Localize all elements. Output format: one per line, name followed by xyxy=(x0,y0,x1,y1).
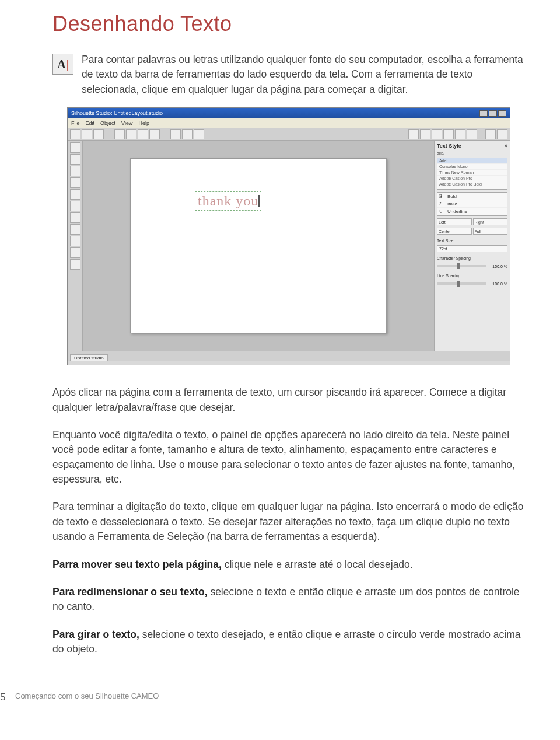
top-toolbar xyxy=(68,128,510,141)
align-row-2: Center Full xyxy=(437,228,508,235)
toolbar-button xyxy=(194,129,204,139)
toolbar-button xyxy=(485,129,496,139)
menu-item: Edit xyxy=(86,120,95,126)
panel-close-icon: × xyxy=(505,143,508,149)
text-size-value: 72pt xyxy=(437,245,508,252)
minimize-icon xyxy=(480,110,488,117)
toolbar-button xyxy=(443,129,454,139)
toolbar-button xyxy=(149,129,160,139)
window-title: Silhouette Studio: UntitledLayout.studio xyxy=(71,110,163,116)
panel-title: Text Style xyxy=(437,143,461,149)
toolbar-button xyxy=(70,129,80,139)
tool-button xyxy=(70,189,80,200)
toolbar-button xyxy=(126,129,136,139)
paragraph-panel: Enquanto você digita/edita o texto, o pa… xyxy=(52,428,525,487)
canvas-area: thank you xyxy=(83,141,434,351)
menu-item: Object xyxy=(100,120,116,126)
align-full: Full xyxy=(473,228,508,235)
toolbar-button xyxy=(420,129,430,139)
document-tab: Untitled.studio xyxy=(70,354,108,361)
paragraph-move: Parra mover seu texto pela página, cliqu… xyxy=(52,557,525,572)
canvas-page: thank you xyxy=(130,158,387,333)
footer-label: Começando com o seu Silhouette CAMEO xyxy=(15,692,159,700)
app-screenshot: Silhouette Studio: UntitledLayout.studio… xyxy=(67,107,510,365)
tool-button xyxy=(70,212,80,223)
paragraph-cursor: Após clicar na página com a ferramenta d… xyxy=(52,385,525,415)
font-option: Times New Roman xyxy=(438,170,507,176)
tool-button xyxy=(70,154,80,165)
text-tool-icon: A| xyxy=(52,54,74,75)
toolbar-button xyxy=(182,129,192,139)
menu-item: Help xyxy=(138,120,149,126)
tool-button xyxy=(70,166,80,176)
page-title: Desenhando Texto xyxy=(52,12,525,36)
font-list: Arial Consolas Mono Times New Roman Adob… xyxy=(437,158,508,190)
text-style-panel: Text Style × aria Arial Consolas Mono Ti… xyxy=(434,141,510,351)
toolbar-button xyxy=(455,129,466,139)
font-option: Adobe Caslon Pro xyxy=(438,176,507,181)
tool-button xyxy=(70,142,80,153)
close-icon xyxy=(498,110,506,117)
align-row: Left Right xyxy=(437,218,508,225)
tool-button xyxy=(70,259,80,270)
menu-bar: File Edit Object View Help xyxy=(68,118,510,128)
intro-row: A| Para contar palavras ou letras utiliz… xyxy=(52,53,525,97)
toolbar-button xyxy=(432,129,442,139)
tool-button xyxy=(70,177,80,188)
align-right: Right xyxy=(473,218,508,225)
toolbar-button xyxy=(93,129,104,139)
left-toolbar xyxy=(68,141,83,351)
canvas-text-box: thank you xyxy=(195,191,261,211)
toolbar-button xyxy=(467,129,477,139)
char-spacing-label: Character Spacing xyxy=(437,256,508,260)
text-size-label: Text Size xyxy=(437,239,508,243)
document-tabs: Untitled.studio xyxy=(68,351,510,361)
font-option: Consolas Mono xyxy=(438,164,507,170)
toolbar-button xyxy=(82,129,92,139)
line-spacing-label: Line Spacing xyxy=(437,274,508,278)
tool-button xyxy=(70,201,80,211)
align-left: Left xyxy=(437,218,472,225)
tool-button xyxy=(70,236,80,246)
menu-item: File xyxy=(71,120,80,126)
menu-item: View xyxy=(121,120,132,126)
paragraph-rotate: Para girar o texto, selecione o texto de… xyxy=(52,627,525,657)
tool-button xyxy=(70,224,80,235)
toolbar-button xyxy=(138,129,148,139)
paragraph-end-edit: Para terminar a digitação do texto, cliq… xyxy=(52,500,525,544)
page-number: 5 xyxy=(0,692,5,703)
paragraph-resize: Para redimensionar o seu texto, selecion… xyxy=(52,585,525,615)
font-style-list: BBold IItalic UUnderline xyxy=(437,192,508,216)
line-spacing-slider: 100.0 % xyxy=(437,280,508,287)
font-option: Arial xyxy=(438,158,507,164)
toolbar-button xyxy=(408,129,419,139)
toolbar-button xyxy=(497,129,508,139)
tool-button xyxy=(70,247,80,258)
window-titlebar: Silhouette Studio: UntitledLayout.studio xyxy=(68,108,510,118)
char-spacing-slider: 100.0 % xyxy=(437,263,508,270)
page-footer: 5 Começando com o seu Silhouette CAMEO xyxy=(0,692,560,700)
align-center: Center xyxy=(437,228,472,235)
font-option: Adobe Caslon Pro Bold xyxy=(438,181,507,187)
maximize-icon xyxy=(489,110,497,117)
intro-paragraph: Para contar palavras ou letras utilizand… xyxy=(82,53,525,97)
toolbar-button xyxy=(114,129,125,139)
font-search-label: aria xyxy=(437,151,508,155)
toolbar-button xyxy=(170,129,181,139)
